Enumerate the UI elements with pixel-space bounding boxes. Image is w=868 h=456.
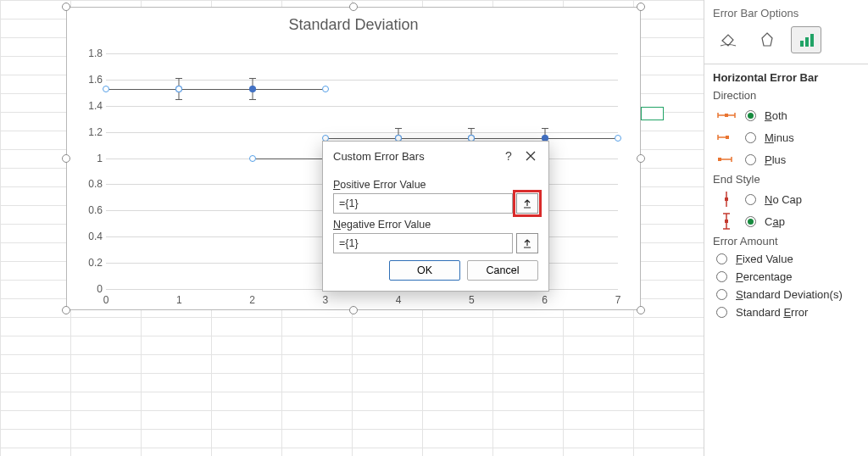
- resize-handle[interactable]: [62, 3, 70, 11]
- error-bar-handle[interactable]: [249, 155, 256, 162]
- active-cell-indicator: [641, 107, 664, 120]
- error-amount-label: Error Amount: [713, 235, 868, 247]
- x-axis-tick-label: 2: [249, 294, 255, 306]
- x-axis-tick-label: 5: [469, 294, 475, 306]
- end-style-cap-radio[interactable]: [745, 216, 756, 227]
- resize-handle[interactable]: [637, 3, 645, 11]
- gridline: [106, 80, 618, 81]
- x-axis-tick-label: 4: [396, 294, 402, 306]
- error-bar-handle[interactable]: [615, 135, 621, 142]
- error-amount-stderr-radio[interactable]: [716, 307, 727, 318]
- y-axis-tick-label: 1.8: [81, 47, 103, 59]
- minus-direction-icon: [716, 129, 737, 146]
- y-axis-tick-label: 1.4: [81, 100, 103, 112]
- direction-plus-label: Plus: [765, 153, 786, 166]
- y-axis-tick-label: 0.2: [81, 257, 103, 269]
- error-bar-options-label: Error Bar Options: [713, 0, 868, 25]
- svg-marker-0: [762, 33, 772, 46]
- gridline: [106, 106, 618, 107]
- error-bar-cap: [542, 128, 548, 129]
- fill-and-line-icon[interactable]: [713, 26, 743, 53]
- data-point-marker[interactable]: [249, 86, 256, 92]
- svg-rect-3: [810, 34, 814, 47]
- direction-both-radio[interactable]: [745, 110, 756, 121]
- direction-minus-radio[interactable]: [745, 132, 756, 143]
- cancel-button[interactable]: Cancel: [467, 260, 538, 281]
- format-error-bars-panel: Error Bar Options Horizontal Error Bar D…: [704, 0, 868, 456]
- positive-error-input[interactable]: [333, 193, 513, 214]
- direction-both-label: Both: [765, 109, 787, 122]
- positive-error-label: Positive Error Value: [333, 179, 538, 191]
- error-amount-fixed-label: Fixed Value: [736, 253, 793, 265]
- resize-handle[interactable]: [637, 154, 645, 163]
- resize-handle[interactable]: [349, 306, 358, 314]
- x-axis-tick-label: 3: [323, 294, 329, 306]
- range-picker-button[interactable]: [516, 233, 538, 253]
- error-bar-options-icon[interactable]: [791, 26, 821, 53]
- collapse-dialog-icon: [522, 198, 532, 209]
- svg-rect-2: [805, 37, 809, 47]
- error-bar-cap: [175, 78, 182, 79]
- cap-icon: [716, 213, 737, 230]
- svg-rect-1: [800, 41, 804, 47]
- y-axis-tick-label: 1: [81, 153, 103, 164]
- error-bar-cap: [249, 78, 256, 79]
- error-amount-percentage-label: Percentage: [736, 270, 793, 283]
- y-axis-tick-label: 1.2: [81, 126, 103, 138]
- y-axis-tick-label: 1.6: [81, 74, 103, 86]
- no-cap-icon: [716, 191, 737, 208]
- plus-direction-icon: [716, 151, 737, 168]
- error-bar-cap: [395, 128, 402, 129]
- close-button[interactable]: [520, 147, 542, 165]
- end-style-nocap-radio[interactable]: [745, 194, 756, 205]
- svg-rect-15: [725, 197, 728, 201]
- svg-rect-10: [726, 136, 729, 139]
- both-direction-icon: [716, 107, 737, 124]
- end-style-nocap-label: No Cap: [765, 193, 802, 206]
- error-bar-handle[interactable]: [175, 86, 182, 92]
- x-axis-tick-label: 7: [615, 294, 621, 306]
- ok-button[interactable]: OK: [389, 260, 460, 281]
- negative-error-input[interactable]: [333, 233, 513, 253]
- custom-error-bars-dialog: Custom Error Bars ? Positive Error Value…: [322, 141, 549, 292]
- error-amount-fixed-radio[interactable]: [716, 253, 727, 264]
- error-bar-cap: [175, 99, 182, 100]
- horizontal-error-bar-heading: Horizontal Error Bar: [713, 71, 868, 84]
- end-style-label: End Style: [713, 173, 868, 186]
- resize-handle[interactable]: [62, 154, 70, 163]
- gridline: [106, 53, 618, 54]
- dialog-title: Custom Error Bars: [333, 150, 425, 163]
- x-axis-tick-label: 1: [176, 294, 182, 306]
- gridline: [106, 132, 618, 133]
- error-amount-stderr-label: Standard Error: [736, 306, 808, 319]
- error-bar-handle[interactable]: [103, 86, 109, 92]
- error-bar-cap: [249, 99, 256, 100]
- error-amount-percentage-radio[interactable]: [716, 271, 727, 282]
- resize-handle[interactable]: [349, 3, 358, 11]
- end-style-cap-label: Cap: [765, 215, 785, 228]
- range-picker-button[interactable]: [516, 193, 538, 214]
- resize-handle[interactable]: [637, 306, 645, 314]
- y-axis-tick-label: 0.4: [81, 231, 103, 242]
- svg-rect-19: [725, 220, 728, 223]
- chart-title[interactable]: Standard Deviation: [67, 8, 640, 39]
- x-axis-tick-label: 0: [103, 294, 109, 306]
- direction-label: Direction: [713, 89, 868, 102]
- help-button[interactable]: ?: [498, 147, 520, 165]
- error-amount-stddev-label: Standard Deviation(s): [736, 288, 843, 301]
- direction-plus-radio[interactable]: [745, 154, 756, 165]
- negative-error-label: Negative Error Value: [333, 219, 538, 231]
- direction-minus-label: Minus: [765, 131, 794, 144]
- svg-rect-11: [718, 158, 721, 161]
- y-axis-tick-label: 0.6: [81, 204, 103, 216]
- error-amount-stddev-radio[interactable]: [716, 289, 727, 300]
- collapse-dialog-icon: [522, 238, 532, 248]
- y-axis-tick-label: 0: [81, 283, 103, 295]
- error-bar-handle[interactable]: [322, 86, 329, 92]
- effects-icon[interactable]: [752, 26, 782, 53]
- error-bar-cap: [468, 128, 475, 129]
- resize-handle[interactable]: [62, 306, 70, 314]
- svg-rect-7: [725, 114, 728, 117]
- y-axis-tick-label: 0.8: [81, 178, 103, 190]
- x-axis-tick-label: 6: [542, 294, 548, 306]
